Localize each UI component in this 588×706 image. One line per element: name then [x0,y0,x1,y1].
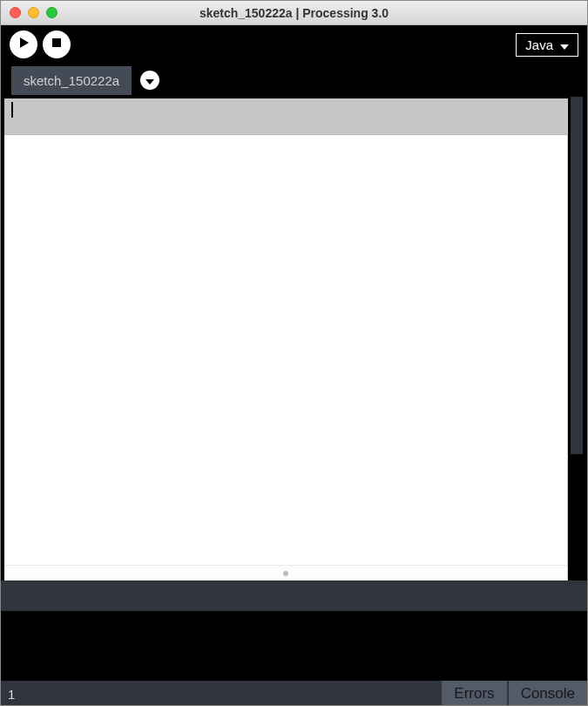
stop-icon [51,37,63,52]
play-icon [17,37,30,52]
run-button[interactable] [10,31,37,58]
console-tab-button[interactable]: Console [507,681,587,706]
horizontal-scrollbar[interactable] [4,565,567,580]
editor-area [1,97,587,580]
traffic-lights [1,7,57,18]
window-title: sketch_150222a | Processing 3.0 [1,6,587,20]
titlebar: sketch_150222a | Processing 3.0 [1,1,587,25]
text-cursor [11,102,13,118]
errors-label: Errors [454,685,494,703]
svg-marker-0 [20,37,29,48]
svg-marker-2 [560,44,569,50]
status-bar: 1 Errors Console [1,681,587,706]
console-label: Console [521,685,575,703]
mode-selector[interactable]: Java [516,33,578,57]
tab-menu-button[interactable] [140,71,159,90]
console-output[interactable] [1,611,587,681]
toolbar: Java [1,25,587,64]
message-bar [1,580,587,611]
tab-sketch[interactable]: sketch_150222a [11,66,132,95]
vertical-scrollbar[interactable] [568,97,587,580]
chevron-down-icon [145,72,154,88]
stop-button[interactable] [43,31,71,58]
svg-rect-1 [52,38,61,47]
editor-gutter-band [4,98,567,135]
line-number: 1 [8,687,15,702]
minimize-window-button[interactable] [28,7,39,18]
scrollbar-thumb[interactable] [571,97,583,454]
chevron-down-icon [560,37,569,52]
errors-tab-button[interactable]: Errors [440,681,506,706]
code-editor[interactable] [4,98,568,580]
close-window-button[interactable] [10,7,21,18]
svg-marker-3 [145,79,154,85]
mode-label: Java [525,37,553,52]
maximize-window-button[interactable] [46,7,57,18]
tab-label: sketch_150222a [24,73,119,88]
code-area[interactable] [4,135,567,565]
tab-bar: sketch_150222a [1,64,587,97]
